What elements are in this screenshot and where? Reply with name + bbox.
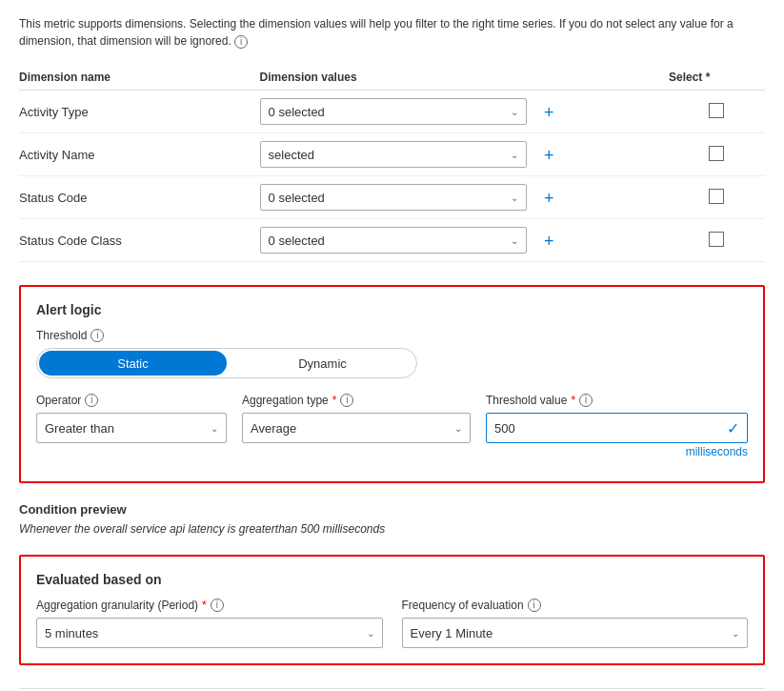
dim-dropdown-2[interactable]: 0 selected ⌄ (260, 184, 527, 211)
frequency-chevron-icon: ⌄ (732, 628, 739, 639)
threshold-input-wrapper: ✓ (486, 413, 748, 443)
dynamic-toggle[interactable]: Dynamic (229, 349, 416, 377)
info-banner: This metric supports dimensions. Selecti… (19, 15, 765, 50)
threshold-info-icon[interactable]: i (90, 329, 104, 342)
granularity-label: Aggregation granularity (Period) * i (36, 599, 383, 612)
dim-dropdown-1[interactable]: selected ⌄ (260, 141, 527, 168)
aggregation-label: Aggregation type * i (242, 394, 471, 407)
static-toggle[interactable]: Static (39, 351, 227, 376)
dim-checkbox-cell-0 (669, 91, 765, 133)
dim-checkbox-3[interactable] (709, 232, 724, 247)
threshold-toggle: Static Dynamic (36, 348, 417, 378)
threshold-value-group: Threshold value * i ✓ milliseconds (486, 394, 748, 458)
granularity-info-icon[interactable]: i (211, 599, 224, 612)
threshold-label: Threshold i (36, 329, 748, 342)
col-header-values: Dimension values (260, 65, 669, 91)
operator-info-icon[interactable]: i (85, 394, 98, 407)
operator-group: Operator i Greater than ⌄ (36, 394, 227, 458)
unit-text: milliseconds (486, 445, 748, 458)
frequency-select[interactable]: Every 1 Minute ⌄ (402, 618, 749, 648)
dim-checkbox-cell-2 (669, 176, 765, 219)
aggregation-group: Aggregation type * i Average ⌄ (242, 394, 471, 458)
dim-name-2: Status Code (19, 176, 260, 219)
dim-checkbox-cell-3 (669, 219, 765, 262)
operator-select[interactable]: Greater than ⌄ (36, 413, 227, 443)
granularity-required: * (202, 599, 207, 612)
dim-chevron-icon-0: ⌄ (511, 107, 518, 117)
dim-values-1: selected ⌄ + (260, 133, 669, 176)
table-row: Activity Type 0 selected ⌄ + (19, 91, 765, 133)
dimensions-table: Dimension name Dimension values Select *… (19, 65, 765, 262)
dim-chevron-icon-2: ⌄ (511, 193, 518, 203)
dim-dropdown-3[interactable]: 0 selected ⌄ (260, 227, 527, 254)
dim-checkbox-1[interactable] (709, 146, 724, 161)
alert-form-row: Operator i Greater than ⌄ Aggregation ty… (36, 394, 748, 458)
table-row: Activity Name selected ⌄ + (19, 133, 765, 176)
condition-preview-text: Whenever the overall service api latency… (19, 522, 765, 536)
table-row: Status Code Class 0 selected ⌄ + (19, 219, 765, 262)
dim-dropdown-0[interactable]: 0 selected ⌄ (260, 98, 527, 125)
aggregation-info-icon[interactable]: i (340, 394, 353, 407)
dim-checkbox-2[interactable] (709, 189, 724, 204)
aggregation-select[interactable]: Average ⌄ (242, 413, 471, 443)
dim-values-2: 0 selected ⌄ + (260, 176, 669, 219)
threshold-required: * (571, 394, 575, 407)
aggregation-chevron-icon: ⌄ (454, 423, 462, 434)
dim-values-0: 0 selected ⌄ + (260, 91, 669, 133)
condition-preview-section: Condition preview Whenever the overall s… (19, 502, 765, 536)
footer-divider (19, 688, 765, 689)
alert-logic-section: Alert logic Threshold i Static Dynamic O… (19, 285, 765, 483)
aggregation-granularity-group: Aggregation granularity (Period) * i 5 m… (36, 599, 383, 648)
evaluated-based-on-section: Evaluated based on Aggregation granulari… (19, 555, 765, 665)
operator-chevron-icon: ⌄ (211, 423, 218, 434)
eval-row: Aggregation granularity (Period) * i 5 m… (36, 599, 748, 648)
frequency-label: Frequency of evaluation i (402, 599, 749, 612)
dim-chevron-icon-1: ⌄ (511, 150, 518, 160)
dim-add-btn-0[interactable]: + (537, 101, 560, 124)
dim-checkbox-cell-1 (669, 133, 765, 176)
dim-name-1: Activity Name (19, 133, 260, 176)
dim-name-3: Status Code Class (19, 219, 260, 262)
col-header-name: Dimension name (19, 65, 260, 91)
dim-checkbox-0[interactable] (709, 103, 724, 118)
alert-logic-title: Alert logic (36, 302, 748, 317)
info-icon[interactable]: i (234, 35, 248, 49)
operator-label: Operator i (36, 394, 227, 407)
frequency-group: Frequency of evaluation i Every 1 Minute… (402, 599, 749, 648)
dim-add-btn-3[interactable]: + (537, 230, 560, 253)
evaluated-title: Evaluated based on (36, 572, 748, 587)
dim-values-3: 0 selected ⌄ + (260, 219, 669, 262)
threshold-value-info-icon[interactable]: i (579, 394, 593, 407)
granularity-chevron-icon: ⌄ (367, 628, 374, 639)
threshold-value-label: Threshold value * i (486, 394, 748, 407)
table-row: Status Code 0 selected ⌄ + (19, 176, 765, 219)
check-icon: ✓ (727, 419, 739, 437)
condition-preview-title: Condition preview (19, 502, 765, 517)
dim-chevron-icon-3: ⌄ (511, 235, 518, 246)
dim-add-btn-1[interactable]: + (537, 144, 560, 167)
threshold-input[interactable] (494, 421, 727, 436)
dim-name-0: Activity Type (19, 91, 260, 133)
dim-add-btn-2[interactable]: + (537, 187, 560, 210)
col-header-select: Select * (669, 65, 765, 91)
frequency-info-icon[interactable]: i (528, 599, 541, 612)
aggregation-required: * (332, 394, 337, 407)
granularity-select[interactable]: 5 minutes ⌄ (36, 618, 383, 648)
